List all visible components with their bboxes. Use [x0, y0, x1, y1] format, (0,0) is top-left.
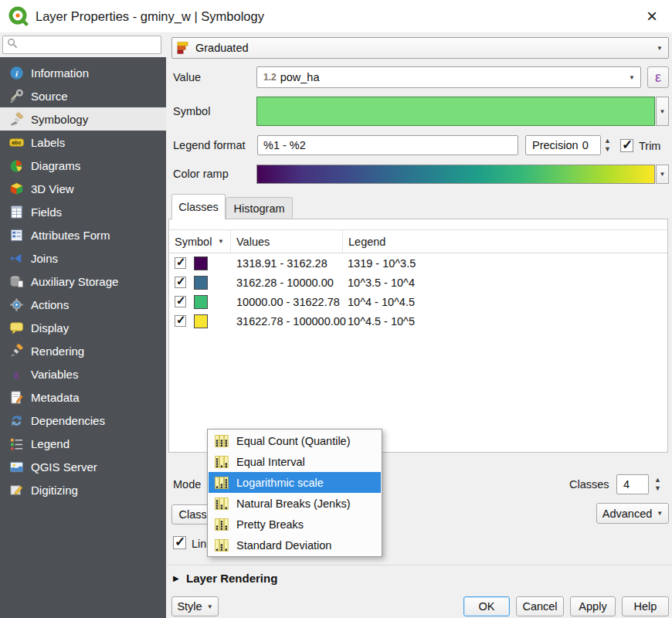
sidebar-item-label: Fields — [31, 205, 62, 219]
sidebar-item-metadata[interactable]: Metadata — [0, 385, 166, 409]
epsilon-icon: ε — [655, 70, 661, 86]
sidebar-item-attributes-form[interactable]: Attributes Form — [0, 223, 166, 246]
sidebar-item-information[interactable]: iInformation — [0, 61, 166, 84]
sidebar-item-3d-view[interactable]: 3D View — [0, 177, 166, 200]
table-row[interactable]: 3162.28 - 10000.0010^3.5 - 10^4 — [169, 273, 667, 292]
table-row[interactable]: 31622.78 - 100000.0010^4.5 - 10^5 — [169, 311, 667, 331]
settings-search[interactable] — [2, 36, 161, 54]
legend-icon — [8, 436, 24, 451]
sidebar-item-qgis-server[interactable]: QGIS Server — [0, 455, 166, 478]
row-checkbox[interactable] — [175, 296, 186, 307]
class-symbol-swatch[interactable] — [194, 295, 208, 309]
ok-button[interactable]: OK — [463, 596, 510, 616]
svg-text:abc: abc — [12, 140, 21, 146]
sidebar-item-variables[interactable]: εVariables — [0, 362, 166, 385]
spin-up-icon[interactable]: ▲ — [604, 138, 611, 144]
section-divider — [167, 565, 672, 565]
class-values: 10000.00 - 31622.78 — [236, 296, 340, 308]
layer-rendering-header[interactable]: Layer Rendering — [186, 572, 277, 585]
value-field-name: pow_ha — [280, 71, 320, 83]
color-ramp-dropdown-button[interactable] — [656, 165, 669, 184]
menu-item-label: Equal Count (Quantile) — [236, 435, 351, 447]
symbol-label: Symbol — [173, 105, 210, 117]
sidebar-item-display[interactable]: Display — [0, 316, 166, 339]
sidebar-item-diagrams[interactable]: Diagrams — [0, 154, 166, 177]
decimal-field-icon: 1.2 — [263, 72, 277, 83]
menu-item-label: Logarithmic scale — [236, 477, 324, 489]
value-field-combo[interactable]: 1.2 pow_ha — [256, 66, 641, 88]
symbol-dropdown-button[interactable] — [656, 97, 669, 126]
menu-item-natural-breaks-jenks[interactable]: Natural Breaks (Jenks) — [209, 493, 381, 514]
renderer-combo[interactable]: Graduated — [171, 37, 669, 59]
precision-spin-arrows[interactable]: ▲ ▼ — [604, 135, 611, 155]
table-row[interactable]: 10000.00 - 31622.7810^4 - 10^4.5 — [169, 292, 667, 311]
row-checkbox[interactable] — [175, 277, 186, 288]
class-symbol-swatch[interactable] — [194, 276, 208, 290]
row-checkbox[interactable] — [175, 257, 186, 269]
column-header-symbol[interactable]: Symbol — [169, 230, 231, 253]
precision-value: 0 — [582, 139, 589, 151]
column-header-values[interactable]: Values — [231, 230, 343, 253]
sidebar-item-actions[interactable]: Actions — [0, 293, 166, 316]
sort-indicator-icon — [218, 238, 224, 245]
sidebar-item-fields[interactable]: Fields — [0, 200, 166, 223]
tab-histogram[interactable]: Histogram — [226, 197, 293, 219]
sidebar-item-label: Source — [31, 90, 68, 103]
menu-item-logarithmic-scale[interactable]: Logarithmic scale — [209, 472, 381, 493]
sidebar-item-joins[interactable]: Joins — [0, 246, 166, 270]
precision-spinbox[interactable]: Precision 0 — [525, 135, 601, 155]
legend-format-input[interactable] — [257, 135, 518, 155]
class-symbol-swatch[interactable] — [194, 314, 208, 328]
cancel-button[interactable]: Cancel — [516, 596, 564, 616]
collapse-arrow-icon[interactable] — [173, 574, 179, 582]
style-button[interactable]: Style — [171, 596, 219, 616]
sidebar-item-label: Joins — [31, 252, 58, 265]
sidebar-item-label: Attributes Form — [31, 229, 110, 242]
spin-down-icon[interactable]: ▼ — [654, 485, 661, 492]
spin-up-icon[interactable]: ▲ — [654, 477, 661, 484]
apply-button[interactable]: Apply — [570, 596, 616, 616]
tab-classes[interactable]: Classes — [171, 194, 226, 219]
menu-item-standard-deviation[interactable]: Standard Deviation — [209, 535, 381, 555]
sidebar-item-labels[interactable]: abcLabels — [0, 131, 166, 154]
advanced-button[interactable]: Advanced — [596, 503, 669, 524]
symbology-icon — [8, 111, 24, 127]
close-icon[interactable] — [638, 3, 666, 29]
sidebar-item-label: 3D View — [31, 182, 74, 195]
rendering-icon — [8, 343, 24, 358]
menu-item-label: Equal Interval — [236, 456, 305, 468]
sidebar-item-legend[interactable]: Legend — [0, 432, 166, 455]
symbol-preview[interactable] — [256, 97, 655, 126]
menu-item-equal-count-quantile[interactable]: Equal Count (Quantile) — [209, 430, 381, 451]
sidebar-item-auxiliary-storage[interactable]: Auxiliary Storage — [0, 270, 166, 293]
renderer-value: Graduated — [195, 42, 249, 54]
sidebar-list: iInformationSourceSymbologyabcLabelsDiag… — [0, 61, 166, 501]
classes-spin-arrows[interactable]: ▲ ▼ — [654, 474, 661, 494]
trim-label: Trim — [639, 140, 660, 152]
classes-spinbox[interactable]: 4 — [616, 474, 649, 494]
search-input[interactable] — [18, 39, 161, 52]
qgis-logo-icon — [8, 5, 29, 27]
labels-icon: abc — [8, 134, 24, 150]
variables-icon: ε — [8, 366, 24, 382]
column-header-legend[interactable]: Legend — [343, 230, 667, 253]
spin-down-icon[interactable]: ▼ — [604, 146, 611, 153]
menu-item-pretty-breaks[interactable]: Pretty Breaks — [209, 514, 381, 535]
sidebar-item-dependencies[interactable]: Dependencies — [0, 409, 166, 432]
sidebar-item-digitizing[interactable]: Digitizing — [0, 478, 166, 501]
sidebar-item-symbology[interactable]: Symbology — [0, 107, 166, 131]
sidebar-item-rendering[interactable]: Rendering — [0, 339, 166, 362]
class-symbol-swatch[interactable] — [194, 256, 208, 270]
link-class-boundaries-checkbox[interactable] — [173, 536, 186, 549]
3d-view-icon — [8, 181, 24, 196]
help-button[interactable]: Help — [622, 596, 669, 616]
row-checkbox[interactable] — [175, 315, 186, 327]
sidebar-item-source[interactable]: Source — [0, 84, 166, 107]
table-row[interactable]: 1318.91 - 3162.281319 - 10^3.5 — [169, 253, 667, 273]
trim-checkbox[interactable] — [620, 139, 633, 152]
color-ramp-preview[interactable] — [256, 165, 655, 184]
expression-builder-button[interactable]: ε — [647, 66, 669, 88]
menu-item-equal-interval[interactable]: Equal Interval — [209, 451, 381, 472]
sidebar: iInformationSourceSymbologyabcLabelsDiag… — [0, 57, 166, 618]
fields-icon — [8, 204, 24, 219]
